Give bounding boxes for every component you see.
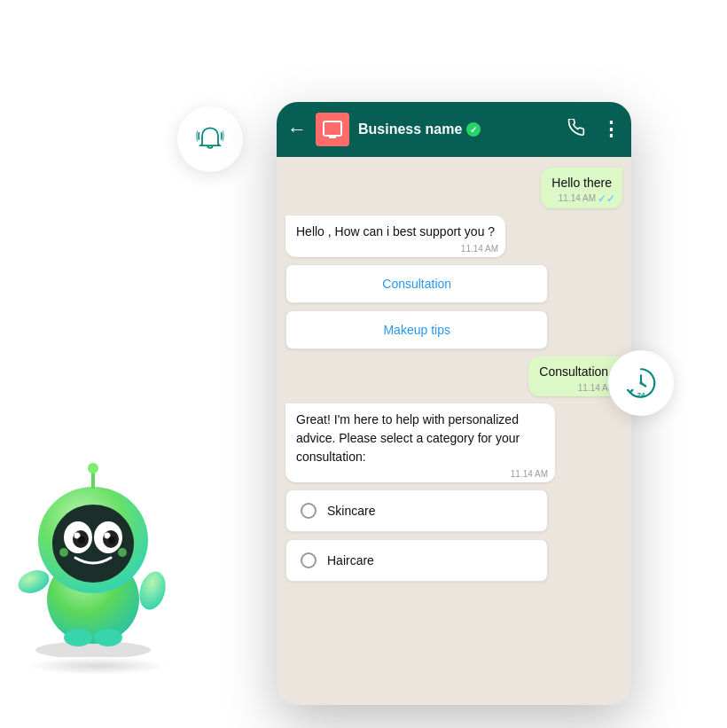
bell-icon: [194, 123, 226, 155]
received-text-support: Hello , How can i best support you ?: [296, 223, 495, 241]
radio-option-skincare[interactable]: Skincare: [285, 489, 548, 532]
svg-rect-0: [324, 121, 341, 136]
header-action-icons: ⋮: [567, 118, 621, 141]
business-avatar: [316, 113, 349, 146]
bell-notification-circle: [177, 106, 243, 172]
svg-point-23: [59, 548, 68, 557]
svg-point-26: [94, 629, 122, 646]
option-label-makeup: Makeup tips: [383, 323, 449, 337]
received-time-great: 11.14 AM: [511, 469, 548, 479]
received-text-great: Great! I'm here to help with personalize…: [296, 411, 544, 466]
header-business-info: Business name ✓: [358, 121, 559, 137]
radio-circle-haircare: [301, 552, 317, 568]
more-options-icon[interactable]: ⋮: [601, 118, 621, 141]
robot-shadow: [27, 657, 168, 675]
svg-point-13: [88, 463, 98, 474]
sent-text-consultation: Consultation.: [539, 364, 612, 381]
svg-text:24: 24: [637, 391, 645, 399]
phone-call-icon[interactable]: [567, 119, 585, 141]
clock-24-icon: 24: [622, 364, 660, 402]
svg-point-14: [52, 505, 134, 583]
sent-text-hello: Hello there: [551, 175, 612, 192]
svg-point-9: [136, 568, 169, 613]
radio-label-skincare: Skincare: [327, 504, 375, 518]
radio-label-haircare: Haircare: [327, 553, 374, 568]
option-button-makeup[interactable]: Makeup tips: [285, 310, 548, 349]
message-received-great: Great! I'm here to help with personalize…: [285, 403, 555, 482]
radio-circle-skincare: [301, 503, 317, 519]
chat-area: Hello there 11.14 AM ✓✓ Hello , How can …: [277, 157, 631, 705]
svg-point-5: [639, 381, 643, 385]
verified-badge: ✓: [466, 122, 481, 137]
robot-icon: [9, 444, 186, 657]
option-label-consultation: Consultation: [382, 277, 451, 291]
option-button-consultation[interactable]: Consultation: [285, 264, 548, 303]
svg-point-25: [64, 629, 92, 646]
received-time-support: 11.14 AM: [461, 244, 498, 254]
message-sent-hello: Hello there 11.14 AM ✓✓: [541, 168, 622, 208]
business-name-text: Business name: [358, 121, 462, 137]
robot-character: [9, 444, 186, 675]
clock-24-circle: 24: [608, 350, 674, 416]
svg-point-8: [15, 567, 52, 598]
phone-mockup: ← Business name ✓ ⋮ Hel: [277, 102, 631, 705]
radio-option-haircare[interactable]: Haircare: [285, 539, 548, 582]
back-arrow-icon[interactable]: ←: [287, 118, 307, 141]
sent-time-hello: 11.14 AM ✓✓: [559, 192, 615, 205]
svg-point-22: [108, 536, 115, 544]
double-check-icon: ✓✓: [598, 192, 615, 205]
message-received-support: Hello , How can i best support you ? 11.…: [285, 215, 505, 257]
svg-point-21: [78, 536, 85, 544]
svg-point-24: [118, 548, 127, 557]
whatsapp-header: ← Business name ✓ ⋮: [277, 102, 631, 157]
